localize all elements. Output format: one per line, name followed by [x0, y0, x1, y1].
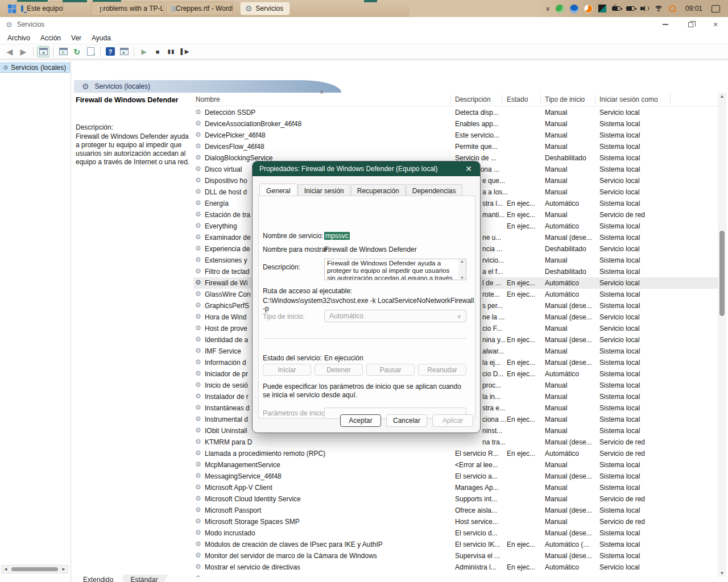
- table-row[interactable]: ⚙DevicesFlow_46f48Permite que...ManualSi…: [193, 141, 718, 152]
- scroll-down-icon[interactable]: ▼: [718, 571, 726, 576]
- search-icon[interactable]: [669, 5, 676, 13]
- cell-descripcion: Manages Ap...: [455, 484, 505, 492]
- scroll-left-icon[interactable]: ◄: [3, 567, 8, 572]
- cell-tipo-inicio: Manual: [545, 325, 597, 332]
- cell-tipo-inicio: Manual (dese...: [545, 234, 597, 242]
- scrollbar-thumb[interactable]: [11, 567, 58, 571]
- button-reanudar[interactable]: Reanudar: [418, 364, 466, 376]
- stop-service-button[interactable]: ■: [151, 46, 164, 57]
- column-header-nombre[interactable]: Nombre: [196, 95, 220, 103]
- dialog-close-icon[interactable]: ✕: [457, 161, 480, 176]
- list-header: ∧ Nombre Descripción Estado Tipo de inic…: [193, 93, 718, 106]
- vertical-scrollbar[interactable]: ▲ ▼: [718, 93, 726, 577]
- table-row[interactable]: ⚙Monitor del servidor de marco de la Cám…: [193, 550, 718, 562]
- button-aplicar[interactable]: Aplicar: [432, 414, 473, 427]
- button-detener[interactable]: Detener: [315, 364, 363, 376]
- table-row[interactable]: ⚙Mostrar el servicio de directivasAdmini…: [193, 562, 718, 573]
- table-row[interactable]: ⚙Modo incrustadoEl servicio d...Manual (…: [193, 527, 718, 539]
- column-header-descripcion[interactable]: Descripción: [455, 95, 491, 103]
- scroll-up-icon[interactable]: ▲: [718, 94, 726, 99]
- button-pausar[interactable]: Pausar: [366, 364, 415, 376]
- restart-service-button[interactable]: ▌▶: [179, 46, 191, 57]
- scroll-right-icon[interactable]: ►: [61, 567, 66, 572]
- horizontal-scrollbar[interactable]: ◄ ►: [1, 565, 68, 573]
- column-header-tipo-inicio[interactable]: Tipo de inicio: [545, 95, 585, 103]
- table-row[interactable]: ⚙: [193, 573, 718, 577]
- cell-tipo-inicio: Manual: [545, 143, 597, 151]
- menu-ver[interactable]: Ver: [66, 33, 86, 43]
- menu-archivo[interactable]: Archivo: [2, 33, 35, 43]
- table-row[interactable]: ⚙Módulos de creación de claves de IPsec …: [193, 539, 718, 550]
- tree-item-services-local[interactable]: ⚙ Servicios (locales): [1, 63, 70, 73]
- textarea-scrollbar[interactable]: ▲▼: [458, 259, 466, 280]
- service-gear-icon: ⚙: [195, 574, 201, 577]
- scroll-up-icon[interactable]: ▲: [460, 259, 464, 263]
- tray-blue-app-icon[interactable]: [570, 5, 578, 13]
- table-row[interactable]: ⚙MessagingService_46f48El servicio a...M…: [193, 471, 718, 482]
- column-header-iniciar-sesion[interactable]: Iniciar sesión como: [599, 95, 658, 103]
- table-row[interactable]: ⚙Llamada a procedimiento remoto (RPC)El …: [193, 448, 718, 459]
- clock[interactable]: 09:01: [682, 5, 706, 13]
- restore-button[interactable]: [678, 17, 703, 32]
- menu-ayuda[interactable]: Ayuda: [86, 33, 116, 43]
- table-row[interactable]: ⚙KTMRM para Dna tra...Manual (dese...Ser…: [193, 436, 718, 448]
- battery-check-icon[interactable]: [612, 6, 621, 11]
- menu-accion[interactable]: Acción: [35, 33, 66, 43]
- cell-iniciar-sesion: Sistema local: [599, 393, 669, 401]
- cell-tipo-inicio: Automático: [545, 450, 597, 458]
- button-cancelar[interactable]: Cancelar: [386, 414, 427, 427]
- pause-service-button[interactable]: ▮▮: [165, 46, 177, 57]
- start-service-button[interactable]: ▶: [138, 46, 150, 57]
- show-action-pane-button[interactable]: ▸: [118, 46, 130, 57]
- minimize-button[interactable]: [653, 17, 678, 32]
- table-row[interactable]: ⚙Microsoft App-V ClientManages Ap...Manu…: [193, 482, 718, 493]
- tray-green-app-icon[interactable]: [556, 5, 564, 13]
- properties-button[interactable]: ≡: [57, 46, 69, 57]
- cell-iniciar-sesion: Servicio local: [599, 109, 669, 117]
- volume-icon[interactable]: [640, 5, 648, 12]
- close-button[interactable]: ×: [703, 17, 728, 32]
- wifi-icon[interactable]: [654, 6, 663, 12]
- services-window-icon: ⚙: [6, 21, 13, 28]
- taskbar-button-wordpad[interactable]: Creppes.rtf - WordPad: [166, 2, 233, 15]
- notification-icon[interactable]: [712, 5, 720, 13]
- table-row[interactable]: ⚙DevicePicker_46f48Este servicio...Manua…: [193, 130, 718, 141]
- column-header-estado[interactable]: Estado: [507, 95, 528, 103]
- start-parameters-note: Puede especificar los parámetros de inic…: [263, 383, 468, 400]
- button-iniciar[interactable]: Iniciar: [263, 364, 311, 376]
- table-row[interactable]: ⚙Detección SSDPDetecta disp...ManualServ…: [193, 107, 718, 118]
- cell-estado: En ejec...: [507, 199, 542, 207]
- table-row[interactable]: ⚙Microsoft Cloud Identity ServiceSupport…: [193, 493, 718, 505]
- tray-orange-app-icon[interactable]: [584, 5, 593, 13]
- table-row[interactable]: ⚙Microsoft Storage Spaces SMPHost servic…: [193, 516, 718, 527]
- cell-tipo-inicio: Manual: [545, 120, 597, 128]
- service-status-value: En ejecución: [324, 354, 363, 362]
- button-aceptar[interactable]: Aceptar: [340, 414, 381, 427]
- taskbar-button-computer[interactable]: Este equipo: [16, 2, 64, 15]
- forward-button[interactable]: ▶: [17, 46, 30, 57]
- scrollbar-thumb[interactable]: [719, 231, 725, 316]
- battery-icon[interactable]: [626, 6, 635, 11]
- scroll-down-icon[interactable]: ▼: [460, 276, 464, 280]
- export-list-button[interactable]: [84, 46, 97, 57]
- cell-tipo-inicio: Manual (dese...: [545, 529, 597, 537]
- show-console-tree-button[interactable]: ◂: [37, 46, 49, 57]
- table-row[interactable]: ⚙McpManagementService<Error al lee...Man…: [193, 459, 718, 471]
- taskbar-button-browser-dark[interactable]: problems with a TP-Lin...: [91, 2, 164, 15]
- startup-type-select[interactable]: Automático ∨: [324, 310, 466, 322]
- taskbar-button-services-gear[interactable]: ⚙Servicios: [240, 2, 290, 15]
- cell-nombre: Llamada a procedimiento remoto (RPC): [205, 450, 450, 458]
- cell-descripcion: Enables app...: [455, 120, 505, 128]
- view-tab-estándar[interactable]: Estándar: [120, 575, 168, 582]
- dialog-description-textarea[interactable]: Firewall de Windows Defender ayuda a pro…: [324, 259, 466, 280]
- refresh-button[interactable]: ↻: [71, 46, 83, 57]
- table-row[interactable]: ⚙Microsoft PassportOfrece aisla...Manual…: [193, 505, 718, 516]
- tray-chevron-icon[interactable]: ∨: [545, 5, 550, 13]
- help-button[interactable]: ?: [104, 46, 117, 57]
- tray-teal-app-icon[interactable]: [598, 5, 606, 13]
- cell-tipo-inicio: Deshabilitado: [545, 268, 597, 276]
- view-tab-extendido[interactable]: Extendido: [73, 575, 123, 582]
- table-row[interactable]: ⚙DeviceAssociationBroker_46f48Enables ap…: [193, 118, 718, 130]
- properties-dialog: Propiedades: Firewall de Windows Defende…: [252, 161, 481, 433]
- back-button[interactable]: ◀: [3, 46, 16, 57]
